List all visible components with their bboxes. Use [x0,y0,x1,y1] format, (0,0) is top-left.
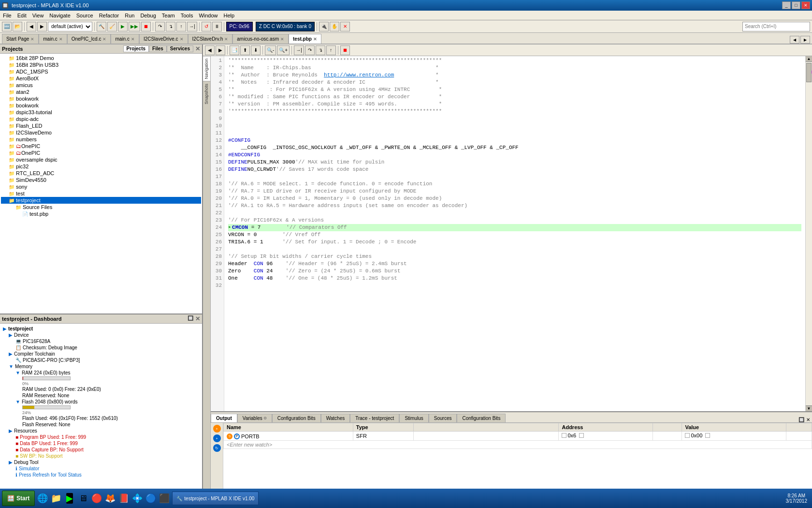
start-button[interactable]: 🪟 Start [2,491,35,506]
tree-item-test[interactable]: test [1,190,201,197]
dashboard-expand-icon[interactable]: 🔲 [188,315,193,322]
tree-item-16bit28pinusb3[interactable]: 16Bit 28Pin USB3 [1,61,201,68]
services-tab[interactable]: Services [167,45,193,52]
run-button[interactable]: ▶ [118,22,128,31]
dash-pic16f628a[interactable]: 💻 PIC16F628A [2,338,200,344]
clean-build-button[interactable]: 🧹 [107,22,117,31]
menu-edit[interactable]: Edit [14,12,29,19]
taskbar-app8-icon[interactable]: 💠 [131,493,143,504]
watches-add-sfr-button[interactable]: + [213,425,221,433]
dash-debug-tool[interactable]: ▶ Debug Tool [2,459,200,465]
tree-item-adc1msps[interactable]: ADC_1MSPS [1,68,201,75]
editor-toggle-bookmarks[interactable]: 📑 [230,45,239,55]
scroll-tabs-left[interactable]: ◀ [790,36,799,44]
pickit-connect-button[interactable]: 🔌 [319,22,329,31]
nav-tab-snapshots[interactable]: Snapshots [203,81,210,106]
code-content[interactable]: '***************************************… [224,56,805,411]
menu-help[interactable]: Help [221,12,238,19]
build-button[interactable]: 🔨 [97,22,106,31]
tab-test-pbp[interactable]: test.pbp ✕ [289,34,321,44]
taskbar-winamp-icon[interactable]: ▶ [64,493,75,504]
dash-memory[interactable]: ▼ Memory [2,363,200,370]
menu-tools[interactable]: Tools [178,12,196,19]
bottom-panel-close-icon[interactable]: ✕ [806,417,810,422]
panel-close-icon[interactable]: ✕ [195,45,200,52]
tree-item-dspicadc[interactable]: dspic-adc [1,116,201,122]
editor-step-into[interactable]: ↴ [316,45,325,55]
scroll-thumb[interactable] [806,63,812,82]
close-button[interactable]: ✕ [801,1,810,9]
editor-zoom-out[interactable]: 🔍- [265,45,276,55]
tab-sources[interactable]: Sources [429,414,457,422]
dash-resources[interactable]: ▶ Resources [2,428,200,434]
menu-window[interactable]: Window [196,12,220,19]
open-project-button[interactable]: 📂 [13,22,22,31]
menu-navigate[interactable]: Navigate [46,12,73,19]
taskbar-app9-icon[interactable]: 🔵 [145,493,157,504]
author-link[interactable]: http://www.rentron.com [324,72,394,78]
tab-watches[interactable]: Watches [321,414,350,422]
debug-button[interactable]: ▶▶ [129,22,140,31]
portb-val-box1[interactable] [685,433,690,438]
stop-button[interactable]: ⏹ [141,22,151,31]
tab-stimulus[interactable]: Stimulus [399,414,428,422]
tree-item-amicus[interactable]: amicus [1,82,201,89]
portb-addr-box2[interactable] [579,433,584,438]
tree-item-simdev4550[interactable]: SimDev4550 [1,177,201,183]
watch-row-portb[interactable]: S P PORTB SFR [224,432,812,441]
menu-file[interactable]: File [0,12,14,19]
new-project-button[interactable]: 🆕 [2,22,12,31]
active-project-dropdown[interactable]: default (active) [48,22,92,31]
editor-run-to-cursor[interactable]: →| [294,45,304,55]
tab-output[interactable]: Output [211,414,237,422]
bottom-panel-expand-icon[interactable]: 🔲 [798,417,804,422]
taskbar-firefox-icon[interactable]: 🦊 [104,493,116,504]
taskbar-vmware-icon[interactable]: 🖥 [77,493,89,504]
taskbar-acrobat-icon[interactable]: 📕 [118,493,130,504]
tree-item-numbers[interactable]: numbers [1,136,201,143]
taskbar-mplab-item[interactable]: 🔧testproject - MPLAB X IDE v1.00 [172,492,259,505]
tree-item-source-files[interactable]: Source Files [1,204,201,210]
tab-i2cslavedrv-h[interactable]: I2CSlaveDrv.h ✕ [188,34,233,44]
tree-item-atan2[interactable]: atan2 [1,89,201,95]
minimize-button[interactable]: _ [782,1,791,9]
scroll-tabs-right[interactable]: ▶ [800,36,810,44]
watches-add-var-button[interactable]: + [213,434,221,442]
halt-button[interactable]: ✋ [330,22,339,31]
dash-testproject[interactable]: ▶ testproject [2,326,200,332]
disconnect-button[interactable]: ✕ [340,22,350,31]
tree-item-bookwork2[interactable]: bookwork [1,102,201,109]
tab-onepic-lcd[interactable]: OnePIC_lcd.c ✕ [67,34,111,44]
dashboard-close-icon[interactable]: ✕ [195,315,200,322]
watch-row-new[interactable]: <Enter new watch> [224,440,812,448]
menu-refactor[interactable]: Refactor [96,12,122,19]
tree-item-dspic33[interactable]: dspic33-tutorial [1,109,201,116]
editor-step-over[interactable]: ↷ [305,45,315,55]
pause-button[interactable]: ⏸ [212,22,222,31]
editor-forward-button[interactable]: ▶ [216,45,225,55]
maximize-button[interactable]: □ [792,1,800,9]
taskbar-ie-icon[interactable]: 🌐 [37,493,48,504]
menu-team[interactable]: Team [159,12,178,19]
back-button[interactable]: ◀ [27,22,36,31]
editor-stop[interactable]: ⏹ [340,45,350,55]
portb-addr-box1[interactable] [562,433,566,438]
tree-item-sony[interactable]: sony [1,183,201,190]
step-over-button[interactable]: ↷ [155,22,165,31]
dash-ram[interactable]: ▼ RAM 224 (0xE0) bytes [2,370,200,376]
tab-main-c-1[interactable]: main.c ✕ [39,34,67,44]
dash-flash[interactable]: ▼ Flash 2048 (0x800) words [2,399,200,405]
step-out-button[interactable]: ↑ [176,22,186,31]
tree-item-rtcledadc[interactable]: RTC_LED_ADC [1,170,201,177]
tab-amicus-asm[interactable]: amicus-no-osc.asm ✕ [232,34,289,44]
editor-step-out[interactable]: ↑ [326,45,336,55]
portb-val-box2[interactable] [705,433,710,438]
scroll-down-button[interactable]: ▼ [806,405,812,411]
tree-item-oversample[interactable]: oversample dspic [1,156,201,163]
tree-item-testproject[interactable]: testproject [1,197,201,204]
tree-item-onepic1[interactable]: 🗂OnePIC [1,143,201,149]
scroll-up-button[interactable]: ▲ [806,56,812,62]
taskbar-explorer-icon[interactable]: 📁 [50,493,62,504]
tab-config-bits-2[interactable]: Configuration Bits [457,414,506,422]
tab-config-bits-1[interactable]: Configuration Bits [272,414,321,422]
